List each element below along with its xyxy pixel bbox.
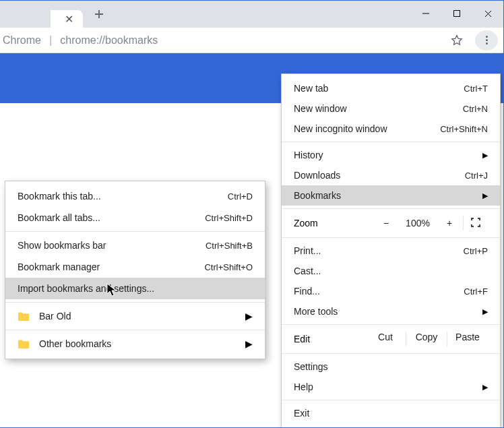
- zoom-label: Zoom: [294, 218, 373, 228]
- import-bookmarks[interactable]: Import bookmarks and settings...: [5, 278, 265, 299]
- chevron-right-icon: ▶: [245, 338, 253, 349]
- bookmark-all-tabs[interactable]: Bookmark all tabs... Ctrl+Shift+D: [5, 207, 265, 228]
- chrome-menu-button[interactable]: [475, 30, 498, 51]
- bookmark-manager[interactable]: Bookmark manager Ctrl+Shift+O: [5, 256, 265, 278]
- paste-button[interactable]: Paste: [447, 332, 488, 346]
- chevron-right-icon: ▶: [482, 307, 488, 316]
- chevron-right-icon: ▶: [482, 191, 488, 200]
- menu-more-tools[interactable]: More tools ▶: [282, 301, 500, 322]
- address-bar-row: Chrome | chrome://bookmarks: [0, 28, 503, 53]
- tab-strip: ✕: [0, 1, 503, 28]
- menu-incognito[interactable]: New incognito window Ctrl+Shift+N: [282, 119, 500, 139]
- menu-find[interactable]: Find... Ctrl+F: [282, 281, 500, 301]
- zoom-percentage: 100%: [400, 218, 436, 228]
- minimize-button[interactable]: [410, 1, 441, 26]
- separator: |: [49, 34, 52, 47]
- menu-exit[interactable]: Exit: [282, 403, 500, 423]
- extension-label: Chrome: [3, 34, 41, 47]
- zoom-in-button[interactable]: +: [436, 218, 463, 228]
- chevron-right-icon: ▶: [245, 311, 253, 322]
- chrome-menu-dropdown: New tab Ctrl+T New window Ctrl+N New inc…: [281, 73, 501, 428]
- copy-button[interactable]: Copy: [406, 332, 447, 346]
- active-tab-fragment[interactable]: ✕: [51, 10, 83, 28]
- chevron-right-icon: ▶: [482, 151, 488, 160]
- menu-new-tab[interactable]: New tab Ctrl+T: [282, 78, 500, 98]
- maximize-button[interactable]: [441, 1, 472, 26]
- fullscreen-icon[interactable]: [464, 217, 488, 230]
- edit-label: Edit: [294, 334, 365, 344]
- close-window-button[interactable]: [472, 1, 503, 26]
- zoom-out-button[interactable]: −: [373, 218, 400, 228]
- menu-help[interactable]: Help ▶: [282, 377, 500, 397]
- svg-rect-0: [454, 11, 460, 17]
- folder-icon: [18, 339, 30, 349]
- menu-cast[interactable]: Cast...: [282, 261, 500, 281]
- window-controls: [410, 1, 503, 26]
- bookmarks-folder[interactable]: Bar Old ▶: [5, 305, 265, 327]
- url-display[interactable]: chrome://bookmarks: [60, 34, 441, 47]
- menu-zoom-row: Zoom − 100% +: [282, 212, 500, 235]
- bookmarks-folder[interactable]: Other bookmarks ▶: [5, 333, 265, 355]
- tab-close-icon[interactable]: ✕: [65, 13, 73, 26]
- menu-print[interactable]: Print... Ctrl+P: [282, 241, 500, 261]
- bookmark-star-icon[interactable]: [445, 30, 468, 51]
- menu-edit-row: Edit Cut Copy Paste: [282, 328, 500, 350]
- bookmarks-submenu: Bookmark this tab... Ctrl+D Bookmark all…: [5, 181, 265, 359]
- menu-downloads[interactable]: Downloads Ctrl+J: [282, 165, 500, 185]
- bookmark-this-tab[interactable]: Bookmark this tab... Ctrl+D: [5, 185, 265, 207]
- show-bookmarks-bar[interactable]: Show bookmarks bar Ctrl+Shift+B: [5, 235, 265, 256]
- new-tab-button[interactable]: [90, 5, 108, 24]
- browser-window: ✕ Chrome | chrome://bookmarks: [0, 0, 504, 428]
- menu-bookmarks[interactable]: Bookmarks ▶: [282, 185, 500, 206]
- menu-history[interactable]: History ▶: [282, 145, 500, 165]
- cut-button[interactable]: Cut: [365, 332, 406, 346]
- chevron-right-icon: ▶: [482, 383, 488, 392]
- folder-icon: [18, 311, 30, 322]
- menu-settings[interactable]: Settings: [282, 357, 500, 377]
- menu-new-window[interactable]: New window Ctrl+N: [282, 98, 500, 119]
